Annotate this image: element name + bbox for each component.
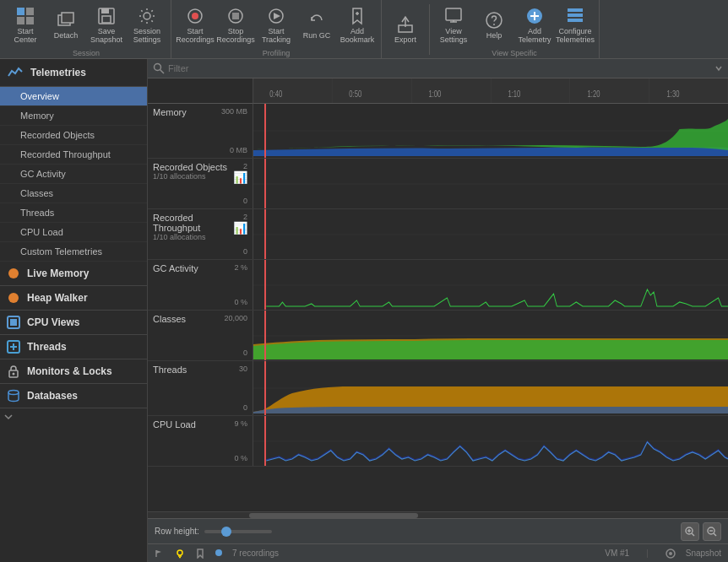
recording-dot (215, 548, 222, 558)
recorded-objects-sub-label: 1/10 allocations (153, 172, 227, 181)
main-area: Telemetries Overview Memory Recorded Obj… (0, 59, 728, 562)
sidebar-section-threads[interactable]: Threads (0, 335, 147, 359)
start-recordings-button[interactable]: Start Recordings (175, 3, 215, 47)
configure-telemetries-icon (566, 7, 584, 25)
sidebar-section-live-memory[interactable]: Live Memory (0, 262, 147, 286)
export-button[interactable]: Export (385, 8, 426, 51)
sidebar-section-databases[interactable]: Databases (0, 384, 147, 408)
sidebar-item-cpu-load[interactable]: CPU Load (0, 223, 147, 242)
filter-bar (148, 59, 728, 78)
recorded-objects-red-line (264, 159, 266, 208)
svg-rect-33 (10, 319, 17, 326)
sidebar-section-heap-walker[interactable]: Heap Walker (0, 286, 147, 311)
run-gc-button[interactable]: Run GC (296, 3, 337, 47)
ruler-label-col (148, 78, 253, 104)
svg-point-30 (8, 268, 19, 278)
export-icon (396, 15, 415, 34)
databases-icon (7, 389, 20, 403)
profiling-group: Start Recordings Stop Recordings Start T… (171, 0, 382, 59)
zoom-out-button[interactable] (703, 522, 721, 541)
detach-button[interactable]: Detach (46, 3, 86, 47)
chart-area-gc-activity (253, 260, 728, 310)
bottom-icons (681, 522, 721, 541)
memory-red-line (264, 104, 266, 158)
detach-icon (57, 11, 75, 30)
svg-point-38 (13, 373, 15, 376)
sidebar-item-classes[interactable]: Classes (0, 184, 147, 203)
start-center-button[interactable]: Start Center (5, 3, 46, 47)
sidebar-section-monitors-locks[interactable]: Monitors & Locks (0, 359, 147, 384)
view-settings-label: View Settings (435, 27, 472, 44)
chart-row-gc-activity: GC Activity 2 % 0 % (148, 260, 728, 311)
chart-area-recorded-objects (253, 159, 728, 208)
sidebar-item-custom-telemetries[interactable]: Custom Telemetries (0, 242, 147, 262)
help-button[interactable]: Help (474, 3, 514, 47)
sidebar-item-overview[interactable]: Overview (0, 87, 147, 106)
run-gc-icon (307, 11, 326, 30)
sidebar-item-memory[interactable]: Memory (0, 106, 147, 126)
stop-recordings-label: Stop Recordings (216, 27, 255, 44)
zoom-in-button[interactable] (681, 522, 699, 541)
add-telemetry-button[interactable]: Add Telemetry (514, 3, 555, 47)
row-height-slider[interactable] (204, 530, 272, 533)
toolbar: Start Center Detach Save Snapshot Sessio… (0, 0, 728, 59)
session-settings-label: Session Settings (128, 27, 166, 44)
recorded-throughput-label: Recorded Throughput (153, 213, 233, 233)
view-settings-button[interactable]: View Settings (433, 3, 474, 47)
recordings-count: 7 recordings (232, 548, 279, 558)
start-center-icon (16, 7, 35, 25)
sidebar-expand-button[interactable] (0, 408, 147, 425)
cpu-views-icon (7, 316, 20, 329)
start-recordings-label: Start Recordings (176, 27, 215, 44)
gc-activity-red-line (264, 260, 266, 310)
export-label: Export (394, 35, 416, 44)
start-recordings-icon (186, 7, 204, 25)
configure-telemetries-button[interactable]: Configure Telemetries (555, 3, 595, 47)
filter-dropdown-arrow[interactable] (714, 64, 723, 73)
row-height-thumb[interactable] (221, 527, 231, 537)
add-bookmark-icon (348, 7, 367, 25)
sidebar: Telemetries Overview Memory Recorded Obj… (0, 59, 148, 562)
sidebar-item-recorded-throughput[interactable]: Recorded Throughput (0, 145, 147, 165)
save-snapshot-button[interactable]: Save Snapshot (86, 3, 127, 47)
recorded-throughput-sub-label: 1/10 allocations (153, 233, 233, 241)
horizontal-scrollbar[interactable] (148, 511, 728, 518)
cpu-load-red-line (264, 416, 266, 466)
filter-icon (153, 62, 165, 74)
svg-rect-3 (26, 17, 34, 24)
classes-label: Classes (153, 314, 186, 324)
add-bookmark-button[interactable]: Add Bookmark (337, 3, 378, 47)
sidebar-item-recorded-objects[interactable]: Recorded Objects (0, 126, 147, 145)
svg-line-41 (160, 70, 165, 74)
chart-label-classes: Classes 20,000 0 (148, 311, 253, 360)
svg-line-67 (714, 533, 716, 536)
svg-point-74 (669, 552, 672, 555)
view-specific-group: View Settings Help Add Telemetry Configu… (430, 0, 600, 59)
chart-label-cpu-load: CPU Load 9 % 0 % (148, 416, 253, 466)
timeline-header: 0:40 0:50 1:00 1:10 1:20 1:30 (148, 78, 728, 104)
row-height-control: Row height: (155, 527, 272, 536)
start-tracking-button[interactable]: Start Tracking (256, 3, 296, 47)
heap-walker-icon (7, 291, 20, 305)
sidebar-section-cpu-views[interactable]: CPU Views (0, 311, 147, 335)
chart-label-recorded-objects: Recorded Objects 1/10 allocations 2 📊 0 (148, 159, 253, 208)
svg-point-39 (8, 391, 19, 395)
snapshot-icon (666, 548, 676, 559)
session-settings-button[interactable]: Session Settings (127, 3, 167, 47)
sidebar-item-gc-activity[interactable]: GC Activity (0, 165, 147, 184)
svg-rect-19 (446, 8, 461, 20)
timeline-container[interactable]: 0:40 0:50 1:00 1:10 1:20 1:30 (148, 78, 728, 511)
help-label: Help (486, 31, 503, 40)
threads-label: Threads (153, 365, 187, 375)
chart-area-recorded-throughput (253, 209, 728, 259)
chart-area-cpu-load (253, 416, 728, 466)
stop-recordings-button[interactable]: Stop Recordings (215, 3, 256, 47)
telemetries-icon (7, 64, 24, 81)
filter-input[interactable] (168, 63, 714, 73)
chart-label-recorded-throughput: Recorded Throughput 1/10 allocations 2 📊… (148, 209, 253, 259)
svg-rect-12 (232, 13, 239, 19)
content-area: 0:40 0:50 1:00 1:10 1:20 1:30 (148, 59, 728, 562)
configure-telemetries-label: Configure Telemetries (556, 27, 595, 44)
sidebar-item-threads-sub[interactable]: Threads (0, 203, 147, 223)
threads-red-line (264, 361, 266, 415)
